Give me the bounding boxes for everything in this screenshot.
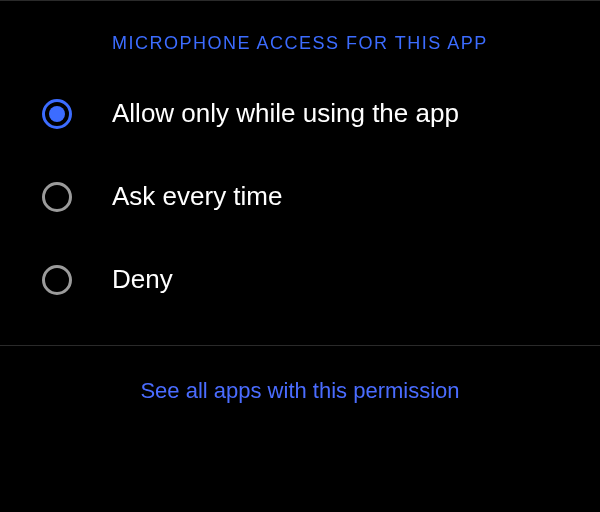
radio-button-icon: [42, 182, 72, 212]
see-all-apps-link[interactable]: See all apps with this permission: [140, 378, 459, 403]
permission-radio-group: Allow only while using the app Ask every…: [0, 62, 600, 345]
radio-button-icon: [42, 265, 72, 295]
radio-button-icon: [42, 99, 72, 129]
radio-label: Deny: [112, 264, 173, 295]
section-header: MICROPHONE ACCESS FOR THIS APP: [0, 1, 600, 62]
radio-option-deny[interactable]: Deny: [0, 238, 600, 321]
radio-option-ask-every-time[interactable]: Ask every time: [0, 155, 600, 238]
radio-label: Ask every time: [112, 181, 283, 212]
radio-option-allow-while-using[interactable]: Allow only while using the app: [0, 72, 600, 155]
radio-label: Allow only while using the app: [112, 98, 459, 129]
footer-link-row: See all apps with this permission: [0, 346, 600, 436]
